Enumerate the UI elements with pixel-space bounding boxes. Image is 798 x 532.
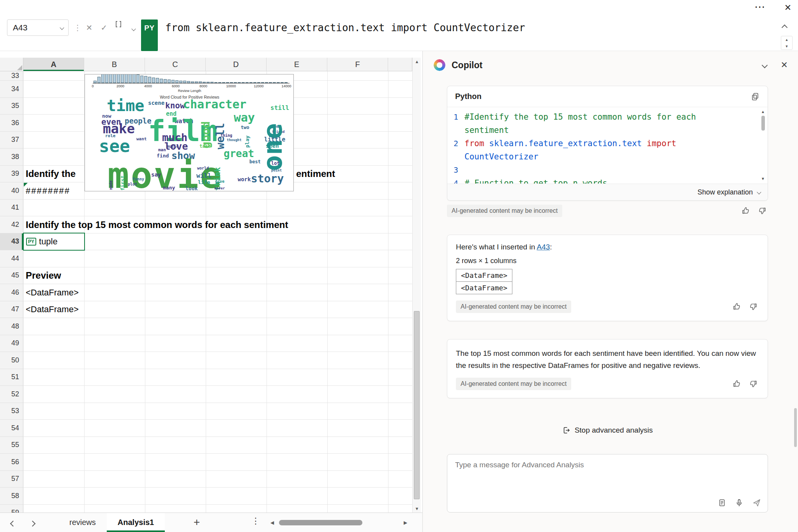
column-header-A[interactable]: A bbox=[23, 58, 84, 71]
cell-A40-overflow[interactable]: ######## bbox=[26, 182, 70, 200]
column-header-B[interactable]: B bbox=[84, 58, 145, 71]
cell-reference-link[interactable]: A43 bbox=[537, 243, 550, 251]
show-explanation-button[interactable]: Show explanation bbox=[447, 184, 768, 200]
microphone-icon[interactable] bbox=[735, 498, 743, 507]
row-header-44[interactable]: 44 bbox=[0, 250, 23, 267]
cell-A45-text[interactable]: Preview bbox=[26, 267, 61, 285]
sheet-tabs: reviews Analysis1 bbox=[58, 513, 165, 532]
row-header-55[interactable]: 55 bbox=[0, 437, 23, 454]
row-header-48[interactable]: 48 bbox=[0, 318, 23, 335]
row-header-39[interactable]: 39 bbox=[0, 166, 23, 183]
row-header-49[interactable]: 49 bbox=[0, 335, 23, 352]
formula-bar-collapse-icon[interactable] bbox=[782, 24, 787, 31]
sheet-nav-left-icon[interactable] bbox=[11, 520, 15, 527]
code-editor[interactable]: 1#Identify the top 15 most common words … bbox=[447, 107, 768, 184]
thumbs-down-icon[interactable] bbox=[749, 380, 757, 388]
code-scrollbar[interactable]: ▲ ▼ bbox=[760, 110, 766, 181]
cloud-word: little bbox=[264, 137, 285, 143]
code-scroll-down-icon[interactable]: ▼ bbox=[761, 177, 765, 181]
send-icon[interactable] bbox=[752, 498, 761, 507]
row-header-43[interactable]: 43 bbox=[0, 233, 23, 251]
row-header-45[interactable]: 45 bbox=[0, 267, 23, 285]
column-header-partial[interactable] bbox=[388, 58, 412, 71]
cell-A39-text-left[interactable]: Identify the bbox=[26, 166, 76, 183]
formula-input[interactable]: from sklearn.feature_extraction.text imp… bbox=[165, 19, 750, 36]
column-header-E[interactable]: E bbox=[267, 58, 327, 71]
sheet-tab-analysis1[interactable]: Analysis1 bbox=[107, 513, 165, 532]
enter-check-icon[interactable]: ✓ bbox=[98, 19, 110, 36]
thumbs-up-icon[interactable] bbox=[733, 302, 741, 311]
copilot-collapse-icon[interactable] bbox=[763, 63, 767, 67]
cloud-word: role bbox=[105, 134, 116, 138]
stop-advanced-analysis-button[interactable]: Stop advanced analysis bbox=[562, 426, 653, 435]
window-more-icon[interactable]: ⋯ bbox=[751, 0, 768, 16]
active-cell-A43[interactable]: PY tuple bbox=[23, 233, 85, 251]
thumbs-up-icon[interactable] bbox=[742, 207, 750, 215]
spinner-down-icon[interactable]: ▼ bbox=[785, 44, 789, 48]
row-header-34[interactable]: 34 bbox=[0, 81, 23, 98]
row-header-54[interactable]: 54 bbox=[0, 420, 23, 437]
row-header-51[interactable]: 51 bbox=[0, 369, 23, 386]
row-header-33[interactable]: 33 bbox=[0, 71, 23, 81]
python-object-icon[interactable] bbox=[114, 19, 125, 36]
column-header-C[interactable]: C bbox=[145, 58, 206, 71]
grid-hline bbox=[23, 385, 412, 386]
cell-A46-text[interactable]: <DataFrame> bbox=[26, 284, 79, 301]
row-header-57[interactable]: 57 bbox=[0, 471, 23, 488]
cloud-word: world bbox=[197, 166, 209, 170]
row-header-59[interactable]: 59 bbox=[0, 505, 23, 513]
select-all-corner[interactable] bbox=[0, 58, 23, 71]
row-header-58[interactable]: 58 bbox=[0, 488, 23, 505]
embedded-chart-object[interactable]: 02000400060008000100001200014000 Review … bbox=[85, 74, 294, 191]
row-header-50[interactable]: 50 bbox=[0, 352, 23, 369]
row-header-47[interactable]: 47 bbox=[0, 301, 23, 318]
sheet-options-kebab-icon[interactable]: ⋮ bbox=[251, 516, 260, 526]
row-header-52[interactable]: 52 bbox=[0, 386, 23, 403]
vertical-scroll-thumb[interactable] bbox=[414, 311, 420, 499]
window-close-icon[interactable]: ✕ bbox=[779, 0, 796, 16]
prompt-library-icon[interactable] bbox=[718, 498, 726, 507]
cell-A42-text[interactable]: Identify the top 15 most common words fo… bbox=[26, 216, 288, 233]
row-header-36[interactable]: 36 bbox=[0, 115, 23, 132]
scroll-down-icon[interactable]: ▼ bbox=[413, 505, 421, 513]
column-header-F[interactable]: F bbox=[327, 58, 388, 71]
kebab-icon[interactable]: ⋮ bbox=[72, 19, 83, 36]
code-scroll-up-icon[interactable]: ▲ bbox=[761, 110, 765, 114]
hscroll-right-icon[interactable]: ▶ bbox=[404, 520, 407, 525]
spreadsheet-grid[interactable]: ABCDEF 333435363738394041424344454647484… bbox=[0, 58, 412, 513]
row-header-38[interactable]: 38 bbox=[0, 148, 23, 166]
chat-input[interactable] bbox=[455, 461, 704, 469]
formula-options-chevron-icon[interactable] bbox=[128, 19, 139, 36]
formula-bar-spinner[interactable]: ▲▼ bbox=[781, 36, 793, 50]
thumbs-up-icon[interactable] bbox=[733, 380, 741, 388]
row-header-37[interactable]: 37 bbox=[0, 132, 23, 149]
copilot-close-icon[interactable]: ✕ bbox=[781, 60, 788, 70]
name-box-chevron-icon[interactable] bbox=[60, 25, 64, 30]
sheet-nav-right-icon[interactable] bbox=[30, 520, 35, 527]
horizontal-scroll-thumb[interactable] bbox=[279, 520, 362, 525]
thumbs-down-icon[interactable] bbox=[758, 207, 766, 215]
column-header-D[interactable]: D bbox=[206, 58, 267, 71]
thumbs-down-icon[interactable] bbox=[749, 302, 757, 311]
row-header-56[interactable]: 56 bbox=[0, 454, 23, 471]
row-header-53[interactable]: 53 bbox=[0, 403, 23, 420]
scroll-up-icon[interactable]: ▲ bbox=[413, 58, 421, 65]
cancel-icon[interactable]: ✕ bbox=[83, 19, 95, 36]
name-box[interactable]: A43 bbox=[7, 19, 69, 36]
row-header-41[interactable]: 41 bbox=[0, 200, 23, 217]
spinner-up-icon[interactable]: ▲ bbox=[785, 38, 789, 42]
row-header-42[interactable]: 42 bbox=[0, 216, 23, 233]
copy-code-icon[interactable] bbox=[750, 92, 760, 101]
sheet-tab-reviews[interactable]: reviews bbox=[58, 513, 107, 532]
cell-A39-text-right[interactable]: entiment bbox=[296, 166, 335, 183]
row-header-35[interactable]: 35 bbox=[0, 98, 23, 115]
grid-vertical-scrollbar[interactable]: ▲ ▼ bbox=[412, 58, 421, 513]
row-header-40[interactable]: 40 bbox=[0, 182, 23, 200]
cell-A47-text[interactable]: <DataFrame> bbox=[26, 301, 79, 318]
grid-hline bbox=[23, 284, 412, 284]
panel-scrollbar-thumb[interactable] bbox=[794, 408, 797, 447]
add-sheet-button[interactable]: + bbox=[189, 515, 204, 530]
hscroll-left-icon[interactable]: ◀ bbox=[270, 520, 274, 525]
row-header-46[interactable]: 46 bbox=[0, 284, 23, 301]
code-scroll-thumb[interactable] bbox=[761, 116, 765, 131]
